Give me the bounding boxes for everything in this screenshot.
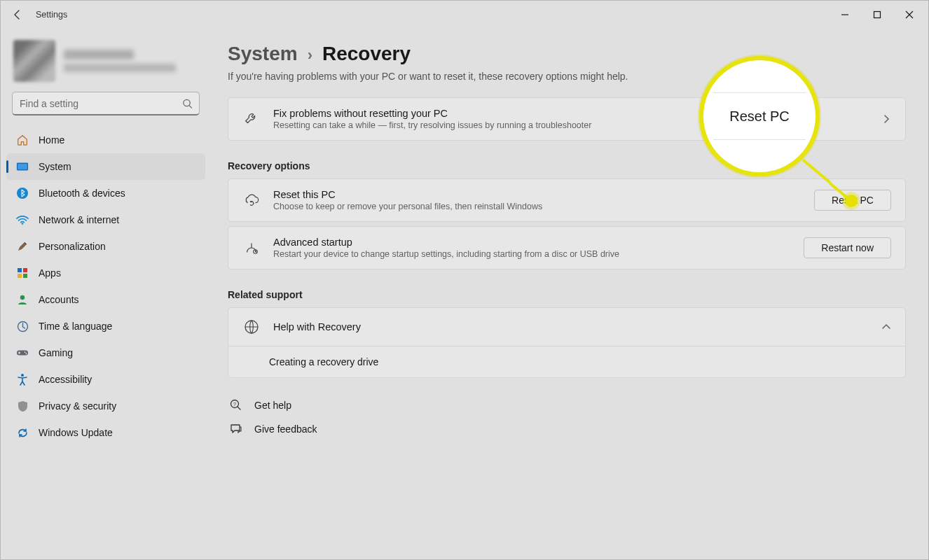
creating-recovery-drive-link[interactable]: Creating a recovery drive [228,346,905,377]
sidebar-item-label: Network & internet [39,214,119,225]
page-title: Recovery [322,43,411,65]
user-profile[interactable] [6,33,205,92]
svg-rect-3 [18,164,27,169]
apps-icon [16,267,29,279]
maximize-button[interactable] [861,4,893,26]
sidebar-item-bluetooth[interactable]: Bluetooth & devices [6,180,205,206]
sidebar-item-accessibility[interactable]: Accessibility [6,366,205,393]
sidebar-item-home[interactable]: Home [6,127,205,153]
reset-pc-text: Reset this PC Choose to keep or remove y… [273,189,801,211]
chevron-right-icon: › [308,46,312,64]
sidebar-item-personalization[interactable]: Personalization [6,233,205,260]
section-related-support: Related support [228,289,906,300]
sidebar-item-label: Accessibility [39,374,92,385]
annotation-magnifier: Reset PC [699,56,820,176]
svg-point-13 [25,351,26,353]
accessibility-icon [16,373,29,386]
search-input[interactable] [12,92,200,115]
search-wrapper [12,92,200,115]
sidebar-item-label: Apps [39,267,61,279]
cloud-reset-icon [242,191,261,209]
advanced-startup-desc: Restart your device to change startup se… [273,249,791,259]
sidebar-item-label: Time & language [39,321,112,332]
svg-point-15 [21,374,24,377]
reset-pc-desc: Choose to keep or remove your personal f… [273,202,801,211]
nav: Home System Bluetooth & devices Network … [6,127,205,446]
get-help-link[interactable]: ? Get help [228,393,906,417]
sidebar-item-network[interactable]: Network & internet [6,206,205,233]
breadcrumb: System › Recovery [228,43,906,65]
svg-text:?: ? [233,402,236,407]
system-icon [16,160,29,173]
search-icon [182,99,193,109]
sidebar-item-system[interactable]: System [6,153,205,180]
advanced-startup-card: Advanced startup Restart your device to … [228,226,906,270]
sidebar-item-label: Accounts [39,294,79,305]
svg-point-1 [184,99,190,106]
sidebar-item-label: Windows Update [39,427,113,438]
sidebar-item-label: Privacy & security [39,400,116,412]
shield-icon [16,400,29,412]
bluetooth-icon [16,187,29,200]
sidebar-item-apps[interactable]: Apps [6,260,205,286]
advanced-startup-text: Advanced startup Restart your device to … [273,237,791,259]
svg-rect-0 [874,12,881,18]
chevron-up-icon [881,322,891,332]
sidebar-item-windows-update[interactable]: Windows Update [6,419,205,446]
paintbrush-icon [16,240,29,253]
sidebar-item-privacy[interactable]: Privacy & security [6,393,205,419]
sidebar-item-time-language[interactable]: Time & language [6,313,205,340]
user-info [64,50,176,72]
sidebar: Home System Bluetooth & devices Network … [1,29,211,559]
clock-globe-icon [16,320,29,332]
gamepad-icon [16,346,29,359]
help-with-recovery-label: Help with Recovery [273,321,869,332]
main-content: System › Recovery If you're having probl… [211,29,928,559]
restart-now-button[interactable]: Restart now [804,237,891,258]
creating-recovery-drive-label: Creating a recovery drive [269,356,891,368]
window-title: Settings [36,10,67,20]
breadcrumb-system[interactable]: System [228,43,298,65]
window-controls [829,4,925,26]
svg-point-10 [20,295,25,300]
chevron-right-icon [881,114,891,124]
minimize-button[interactable] [829,4,861,26]
sidebar-item-gaming[interactable]: Gaming [6,340,205,366]
svg-rect-9 [23,274,27,278]
sidebar-item-label: Home [39,134,64,146]
sidebar-item-label: Bluetooth & devices [39,188,125,199]
reset-pc-card: Reset this PC Choose to keep or remove y… [228,178,906,222]
get-help-label: Get help [254,400,291,411]
avatar [13,40,55,82]
titlebar: Settings [1,1,928,29]
advanced-startup-title: Advanced startup [273,237,791,248]
svg-rect-7 [23,268,27,272]
related-support-card: Help with Recovery Creating a recovery d… [228,307,906,378]
svg-point-14 [26,353,27,354]
svg-point-5 [22,223,24,225]
close-button[interactable] [893,4,925,26]
sidebar-item-accounts[interactable]: Accounts [6,286,205,313]
feedback-icon [229,423,243,435]
person-icon [16,293,29,306]
back-button[interactable] [4,1,32,29]
annotation-label: Reset PC [729,108,790,125]
sidebar-item-label: Personalization [39,241,106,252]
give-feedback-label: Give feedback [254,424,317,435]
update-icon [16,426,29,439]
globe-icon [242,318,261,336]
wifi-icon [16,214,29,226]
advanced-startup-icon [242,239,261,257]
wrench-icon [242,110,261,128]
sidebar-item-label: Gaming [39,347,73,358]
help-icon: ? [229,399,243,412]
help-with-recovery-row[interactable]: Help with Recovery [228,308,905,346]
give-feedback-link[interactable]: Give feedback [228,417,906,441]
reset-pc-title: Reset this PC [273,189,801,200]
svg-rect-8 [18,274,22,278]
sidebar-item-label: System [39,161,71,172]
home-icon [16,134,29,146]
svg-rect-6 [18,268,22,272]
